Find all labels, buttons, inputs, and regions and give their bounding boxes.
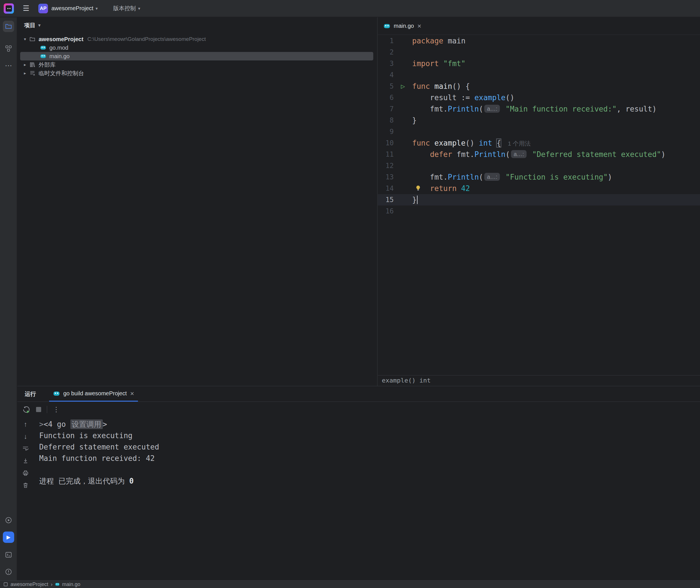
services-tool-window-button[interactable] (3, 515, 14, 526)
tree-row-gomod[interactable]: go.mod (17, 43, 377, 52)
more-tool-windows-button[interactable]: ⋯ (3, 60, 14, 71)
tree-row-scratches[interactable]: ▸ 临时文件和控制台 (17, 69, 377, 77)
gutter-slot[interactable]: ▷ (394, 81, 412, 92)
breadcrumb-file[interactable]: main.go (62, 581, 80, 587)
run-configuration-tab[interactable]: go build awesomeProject × (49, 386, 138, 402)
go-file-icon (383, 23, 390, 30)
more-options-button[interactable]: ⋮ (53, 406, 60, 413)
code-line-6[interactable]: 6 result := example() (378, 92, 700, 103)
code-line-11[interactable]: 11 defer fmt.Println(a…: "Deferred state… (378, 149, 700, 160)
gutter-slot[interactable] (394, 35, 412, 47)
rerun-button[interactable] (22, 405, 30, 414)
code-line-10[interactable]: 10func example() int {1 个用法 (378, 137, 700, 149)
run-tool-window: 运行 go build awesomeProject × ⋮ ↑ ↓ (17, 386, 700, 580)
project-avatar[interactable]: AP (38, 4, 48, 13)
gutter-slot[interactable] (394, 92, 412, 103)
chevron-right-icon[interactable]: ▸ (21, 62, 29, 67)
terminal-tool-window-button[interactable] (3, 549, 14, 560)
gutter-slot[interactable] (394, 58, 412, 69)
code-text: func main() { (412, 81, 470, 92)
line-number: 9 (378, 126, 394, 137)
code-line-14[interactable]: 14 return 42 (378, 183, 700, 194)
project-switcher[interactable]: awesomeProject (51, 5, 93, 12)
code-line-2[interactable]: 2 (378, 47, 700, 58)
chevron-down-icon: ▾ (38, 23, 41, 28)
editor-tab-maingo[interactable]: main.go × (378, 17, 427, 35)
gutter-slot[interactable] (394, 137, 412, 149)
gutter-slot[interactable] (394, 149, 412, 160)
tree-label: 临时文件和控制台 (39, 70, 84, 77)
code-line-15[interactable]: 15} (378, 194, 700, 205)
console-line-3: Deferred statement executed (39, 441, 700, 453)
folder-icon (5, 23, 12, 30)
gutter-slot[interactable] (394, 194, 412, 205)
code-line-3[interactable]: 3import "fmt" (378, 58, 700, 69)
project-panel-header[interactable]: 项目 ▾ (17, 17, 377, 33)
gutter-slot[interactable] (394, 205, 412, 217)
clear-console-icon[interactable] (22, 481, 30, 489)
main-toolbar: ☰ AP awesomeProject ▾ 版本控制 ▾ (0, 0, 700, 17)
code-text: } (412, 194, 418, 205)
run-gutter-icon[interactable]: ▷ (401, 81, 405, 92)
arrow-down-icon[interactable]: ↓ (22, 432, 30, 440)
gutter-slot[interactable] (394, 171, 412, 183)
code-editor[interactable]: 1package main23import "fmt"45▷func main(… (378, 35, 700, 375)
structure-tool-window-button[interactable] (3, 43, 14, 54)
gutter-slot[interactable] (394, 126, 412, 137)
close-icon[interactable]: × (130, 390, 134, 397)
gutter-slot[interactable] (394, 47, 412, 58)
project-tool-window-button[interactable] (3, 21, 14, 32)
breadcrumb-project[interactable]: awesomeProject (11, 581, 48, 587)
gutter-slot[interactable] (394, 160, 412, 171)
print-icon[interactable] (22, 469, 30, 477)
tree-row-root[interactable]: ▾ awesomeProject C:\Users\meowr\GolandPr… (17, 35, 377, 43)
structure-icon (5, 45, 12, 52)
code-text: fmt.Println(a…: "Main function received:… (412, 103, 657, 115)
vcs-widget[interactable]: 版本控制 (113, 5, 136, 12)
tree-row-maingo[interactable]: main.go (20, 52, 373, 60)
code-line-5[interactable]: 5▷func main() { (378, 81, 700, 92)
run-panel-title[interactable]: 运行 (17, 386, 36, 402)
gutter-slot[interactable] (394, 103, 412, 115)
usages-hint: 1 个用法 (508, 140, 531, 147)
console-body: ↑ ↓ ><4 go 设置调用>Function is executingDef… (17, 417, 700, 580)
more-icon: ⋯ (5, 61, 12, 70)
console-lines[interactable]: ><4 go 设置调用>Function is executingDeferre… (39, 419, 700, 580)
code-line-8[interactable]: 8} (378, 115, 700, 126)
code-line-13[interactable]: 13 fmt.Println(a…: "Function is executin… (378, 171, 700, 183)
chevron-down-icon[interactable]: ▾ (21, 37, 29, 42)
code-line-7[interactable]: 7 fmt.Println(a…: "Main function receive… (378, 103, 700, 115)
line-number: 14 (378, 183, 394, 194)
code-line-4[interactable]: 4 (378, 69, 700, 81)
project-tool-window: 项目 ▾ ▾ awesomeProject C:\Users\meowr\Gol… (17, 17, 378, 386)
close-icon[interactable]: × (417, 23, 421, 30)
stop-button[interactable] (36, 407, 41, 412)
scratches-icon (29, 70, 36, 77)
text-caret (417, 196, 418, 204)
gutter-slot[interactable] (394, 69, 412, 81)
arrow-up-icon[interactable]: ↑ (22, 420, 30, 428)
go-file-icon (55, 582, 60, 587)
file-name: main.go (49, 53, 70, 60)
run-tool-window-button[interactable]: ▶ (3, 532, 14, 543)
problems-tool-window-button[interactable] (3, 566, 14, 577)
line-number: 8 (378, 115, 394, 126)
tree-row-external-libraries[interactable]: ▸ 外部库 (17, 60, 377, 69)
code-line-12[interactable]: 12 (378, 160, 700, 171)
gutter-slot[interactable] (394, 183, 412, 194)
code-line-9[interactable]: 9 (378, 126, 700, 137)
code-text: func example() int {1 个用法 (412, 137, 531, 149)
code-line-16[interactable]: 16 (378, 205, 700, 217)
chevron-right-icon[interactable]: ▸ (21, 71, 29, 76)
code-line-1[interactable]: 1package main (378, 35, 700, 47)
lightbulb-icon[interactable] (415, 185, 421, 191)
code-text: defer fmt.Println(a…: "Deferred statemen… (412, 149, 665, 160)
scroll-to-end-icon[interactable] (22, 457, 30, 465)
console-line-1: ><4 go 设置调用> (39, 419, 700, 430)
main-menu-icon[interactable]: ☰ (21, 4, 31, 13)
soft-wrap-icon[interactable] (22, 445, 30, 453)
editor-context-bar: example() int (378, 375, 700, 386)
console-line-4: Main function received: 42 (39, 453, 700, 464)
gutter-slot[interactable] (394, 115, 412, 126)
goland-logo (4, 3, 14, 14)
